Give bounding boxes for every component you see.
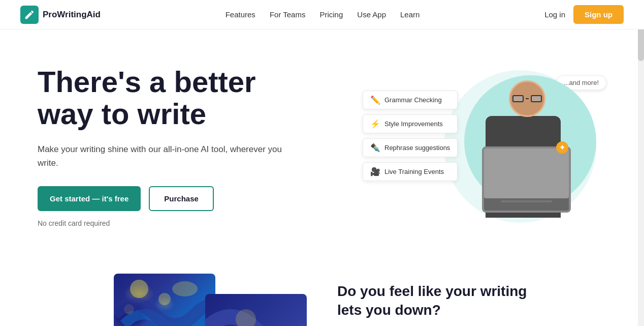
grammar-icon: ✏️ [370,95,380,105]
starry-night-bg [114,274,215,326]
hero-section: There's a better way to write Make your … [17,29,627,253]
logo[interactable]: ProWritingAid [20,6,101,24]
login-button[interactable]: Log in [544,10,565,19]
hero-right: ✏️ Grammar Checking ⚡ Style Improvements… [363,60,606,233]
navbar: ProWritingAid Features For Teams Pricing… [0,0,644,29]
second-svg [205,294,307,326]
style-icon: ⚡ [370,119,380,129]
svg-point-0 [130,280,148,298]
section2-images: My idea in my head [114,274,307,326]
training-icon: 🎥 [370,167,380,176]
svg-point-1 [158,293,171,305]
feature-rephrase: ✒️ Rephrase suggestions [363,138,458,157]
no-credit-text: No credit card required [38,219,302,227]
nav-links: Features For Teams Pricing Use App Learn [226,10,420,19]
section2-title: Do you feel like your writing lets you d… [337,282,530,319]
rephrase-icon: ✒️ [370,143,380,153]
hero-subtitle: Make your writing shine with our all-in-… [38,142,302,170]
hero-left: There's a better way to write Make your … [38,66,302,228]
svg-point-3 [172,281,198,297]
nav-learn[interactable]: Learn [400,10,420,19]
feature-training: 🎥 Live Training Events [363,162,458,181]
nav-features[interactable]: Features [226,10,255,19]
section2-text: Do you feel like your writing lets you d… [337,282,530,326]
get-started-button[interactable]: Get started — it's free [38,186,141,211]
logo-svg [24,9,35,20]
hero-buttons: Get started — it's free Purchase [38,186,302,211]
nav-actions: Log in Sign up [544,5,624,24]
feature-style: ⚡ Style Improvements [363,114,458,133]
starry-night-image [114,274,215,326]
logo-icon [20,6,39,24]
feature-pills: ✏️ Grammar Checking ⚡ Style Improvements… [363,91,458,181]
nav-pricing[interactable]: Pricing [319,10,343,19]
feature-grammar: ✏️ Grammar Checking [363,91,458,109]
nav-for-teams[interactable]: For Teams [270,10,306,19]
nav-use-app[interactable]: Use App [357,10,386,19]
scrollbar-track[interactable] [638,0,644,326]
signup-button[interactable]: Sign up [573,5,624,24]
purchase-button[interactable]: Purchase [149,186,214,211]
swirls-svg [114,274,215,326]
second-image: My idea in my head [205,294,307,326]
section2: My idea in my head Do you feel like your… [17,253,627,326]
hero-illustration: ✦ [454,65,596,233]
hero-title: There's a better way to write [38,66,302,131]
logo-text: ProWritingAid [43,10,101,20]
